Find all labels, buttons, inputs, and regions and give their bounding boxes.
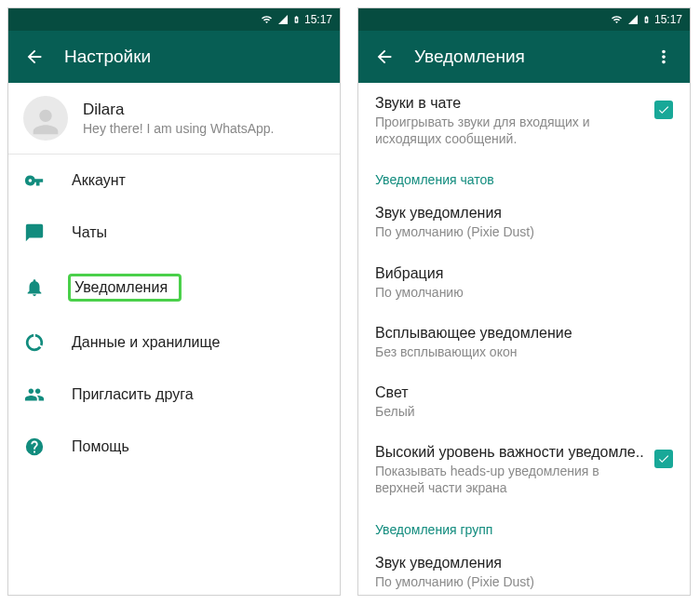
setting-sub: По умолчанию bbox=[375, 284, 673, 301]
more-button[interactable] bbox=[645, 38, 682, 75]
setting-sub: Показывать heads-up уведомления в верхне… bbox=[375, 463, 645, 496]
setting-sub: По умолчанию (Pixie Dust) bbox=[375, 223, 673, 240]
section-header-group: Уведомления групп bbox=[358, 509, 690, 543]
status-bar: 15:17 bbox=[8, 8, 340, 31]
check-icon bbox=[657, 103, 670, 116]
menu-label: Пригласить друга bbox=[72, 386, 194, 403]
menu-label: Чаты bbox=[72, 224, 107, 241]
menu-item-help[interactable]: Помощь bbox=[8, 421, 340, 473]
setting-title: Свет bbox=[375, 384, 673, 401]
status-bar: 15:17 bbox=[358, 8, 690, 31]
avatar bbox=[23, 96, 68, 141]
menu-label: Аккаунт bbox=[72, 172, 126, 189]
setting-title: Всплывающее уведомление bbox=[375, 325, 673, 342]
menu-item-account[interactable]: Аккаунт bbox=[8, 155, 340, 207]
more-vert-icon bbox=[653, 47, 674, 67]
setting-high-priority[interactable]: Высокий уровень важности уведомле.. Пока… bbox=[358, 432, 690, 508]
battery-icon bbox=[292, 13, 301, 26]
signal-icon bbox=[627, 14, 639, 25]
setting-title: Звук уведомления bbox=[375, 205, 673, 222]
back-button[interactable] bbox=[366, 38, 403, 75]
settings-content: Dilara Hey there! I am using WhatsApp. А… bbox=[8, 83, 340, 595]
checkbox-chat-sounds[interactable] bbox=[654, 101, 673, 119]
status-time: 15:17 bbox=[304, 13, 332, 26]
arrow-back-icon bbox=[24, 47, 45, 67]
setting-title: Вибрация bbox=[375, 265, 673, 282]
app-bar: Уведомления bbox=[358, 31, 690, 83]
wifi-icon bbox=[260, 14, 274, 25]
setting-sub: Проигрывать звуки для входящих и исходящ… bbox=[375, 114, 645, 147]
notifications-content: Звуки в чате Проигрывать звуки для входя… bbox=[358, 83, 690, 595]
back-button[interactable] bbox=[16, 38, 53, 75]
menu-label: Уведомления bbox=[74, 279, 168, 295]
menu-item-data[interactable]: Данные и хранилище bbox=[8, 316, 340, 369]
bell-icon bbox=[23, 276, 46, 299]
app-bar: Настройки bbox=[8, 31, 340, 83]
menu-item-notifications[interactable]: Уведомления bbox=[8, 259, 340, 316]
profile-text: Dilara Hey there! I am using WhatsApp. bbox=[83, 101, 274, 136]
setting-sub: Белый bbox=[375, 403, 673, 420]
signal-icon bbox=[277, 14, 289, 25]
menu-label: Помощь bbox=[72, 438, 129, 455]
setting-title: Звуки в чате bbox=[375, 95, 645, 112]
profile-row[interactable]: Dilara Hey there! I am using WhatsApp. bbox=[8, 83, 340, 154]
chat-icon bbox=[23, 222, 46, 244]
setting-sub: По умолчанию (Pixie Dust) bbox=[375, 573, 673, 590]
key-icon bbox=[23, 169, 46, 192]
settings-screen: 15:17 Настройки Dilara Hey there! I am u… bbox=[7, 7, 341, 596]
menu-label: Данные и хранилище bbox=[72, 334, 220, 351]
help-icon bbox=[23, 436, 46, 458]
battery-icon bbox=[642, 13, 651, 26]
data-usage-icon bbox=[23, 331, 46, 354]
checkbox-high-priority[interactable] bbox=[654, 450, 673, 468]
profile-status: Hey there! I am using WhatsApp. bbox=[83, 121, 274, 136]
status-time: 15:17 bbox=[654, 13, 682, 26]
arrow-back-icon bbox=[374, 47, 395, 67]
setting-title: Высокий уровень важности уведомле.. bbox=[375, 444, 645, 461]
setting-group-sound[interactable]: Звук уведомления По умолчанию (Pixie Dus… bbox=[358, 543, 690, 596]
section-header-chat: Уведомления чатов bbox=[358, 159, 690, 193]
setting-chat-sounds[interactable]: Звуки в чате Проигрывать звуки для входя… bbox=[358, 83, 690, 159]
setting-title: Звук уведомления bbox=[375, 555, 673, 571]
check-icon bbox=[657, 452, 670, 465]
appbar-title: Настройки bbox=[64, 47, 332, 67]
menu-item-invite[interactable]: Пригласить друга bbox=[8, 369, 340, 421]
setting-vibration[interactable]: Вибрация По умолчанию bbox=[358, 253, 690, 313]
menu-item-chats[interactable]: Чаты bbox=[8, 207, 340, 259]
profile-name: Dilara bbox=[83, 101, 274, 119]
wifi-icon bbox=[610, 14, 624, 25]
setting-notif-sound[interactable]: Звук уведомления По умолчанию (Pixie Dus… bbox=[358, 193, 690, 252]
person-icon bbox=[27, 103, 64, 141]
notifications-screen: 15:17 Уведомления Звуки в чате Проигрыва… bbox=[357, 7, 691, 596]
highlight-notifications: Уведомления bbox=[68, 274, 182, 302]
people-icon bbox=[23, 383, 46, 406]
setting-sub: Без всплывающих окон bbox=[375, 343, 673, 360]
appbar-title: Уведомления bbox=[414, 47, 645, 67]
setting-popup[interactable]: Всплывающее уведомление Без всплывающих … bbox=[358, 313, 690, 372]
setting-light[interactable]: Свет Белый bbox=[358, 372, 690, 432]
